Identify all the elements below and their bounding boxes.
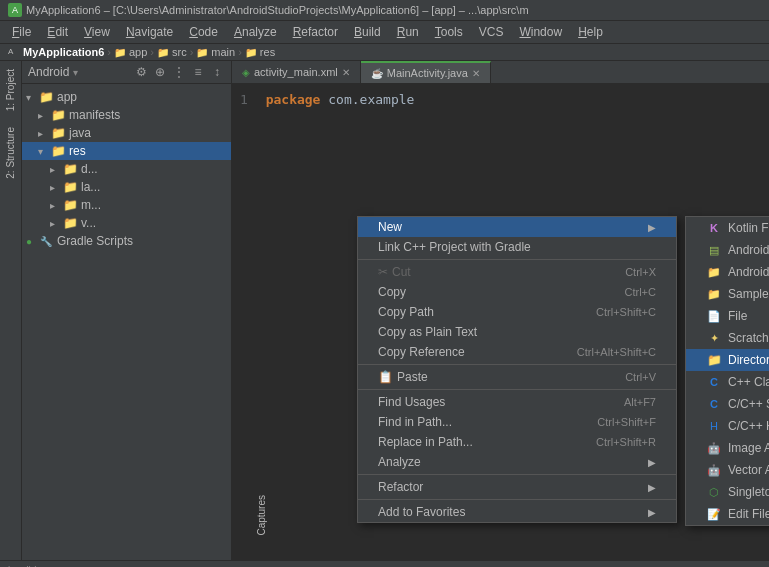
breadcrumb-app2[interactable]: app	[129, 46, 147, 58]
ctx-find-path-shortcut: Ctrl+Shift+F	[597, 416, 656, 428]
ctx-copy[interactable]: Copy Ctrl+C	[358, 282, 676, 302]
submenu-android-res-label: Android resource file	[728, 243, 769, 257]
ctx-copy-ref[interactable]: Copy Reference Ctrl+Alt+Shift+C	[358, 342, 676, 362]
tree-label-d: d...	[81, 162, 98, 176]
tree-item-manifests[interactable]: ▸ 📁 manifests	[22, 106, 231, 124]
ctx-paste-inner: 📋 Paste	[378, 370, 428, 384]
menu-help[interactable]: Help	[570, 23, 611, 41]
menu-window[interactable]: Window	[511, 23, 570, 41]
submenu-cpp-header[interactable]: H C/C++ Header File	[686, 415, 769, 437]
breadcrumb-main[interactable]: main	[211, 46, 235, 58]
menu-vcs[interactable]: VCS	[471, 23, 512, 41]
menu-code[interactable]: Code	[181, 23, 226, 41]
ctx-sep-3	[358, 389, 676, 390]
ctx-find-path[interactable]: Find in Path... Ctrl+Shift+F	[358, 412, 676, 432]
submenu-kotlin-label: Kotlin File/Class	[728, 221, 769, 235]
structure-tab[interactable]: 2: Structure	[3, 119, 18, 187]
ctx-analyze[interactable]: Analyze ▶	[358, 452, 676, 472]
edit-templates-icon: 📝	[706, 506, 722, 522]
project-tab[interactable]: 1: Project	[3, 61, 18, 119]
submenu-sample-data[interactable]: 📁 Sample Data directory	[686, 283, 769, 305]
breadcrumb-src[interactable]: src	[172, 46, 187, 58]
submenu-singleton[interactable]: ⬡ Singleton	[686, 481, 769, 503]
folder-icon-d: 📁	[62, 161, 78, 177]
breadcrumb-res[interactable]: res	[260, 46, 275, 58]
menu-edit[interactable]: Edit	[39, 23, 76, 41]
tree-item-v[interactable]: ▸ 📁 v...	[22, 214, 231, 232]
directory-icon: 📁	[706, 352, 722, 368]
android-res-icon: ▤	[706, 242, 722, 258]
file-icon: 📄	[706, 308, 722, 324]
menu-tools[interactable]: Tools	[427, 23, 471, 41]
settings-icon[interactable]: ⚙	[133, 64, 149, 80]
tree-label-manifests: manifests	[69, 108, 120, 122]
context-menu-new-submenu: K Kotlin File/Class ▤ Android resource f…	[685, 216, 769, 526]
breadcrumb-icon: A	[8, 46, 20, 58]
sort-icon[interactable]: ↕	[209, 64, 225, 80]
android-res-dir-icon: 📁	[706, 264, 722, 280]
ctx-analyze-label: Analyze	[378, 455, 421, 469]
menu-file[interactable]: File	[4, 23, 39, 41]
ctx-replace-path[interactable]: Replace in Path... Ctrl+Shift+R	[358, 432, 676, 452]
paste-icon: 📋	[378, 370, 393, 384]
gradle-icon: 🔧	[38, 233, 54, 249]
submenu-android-res-dir[interactable]: 📁 Android resource directory	[686, 261, 769, 283]
submenu-cpp-class[interactable]: C C++ Class	[686, 371, 769, 393]
menu-refactor[interactable]: Refactor	[285, 23, 346, 41]
ctx-copy-path[interactable]: Copy Path Ctrl+Shift+C	[358, 302, 676, 322]
tree-item-m[interactable]: ▸ 📁 m...	[22, 196, 231, 214]
ctx-paste[interactable]: 📋 Paste Ctrl+V	[358, 367, 676, 387]
menu-view[interactable]: View	[76, 23, 118, 41]
submenu-cpp-src[interactable]: C C/C++ Source File	[686, 393, 769, 415]
ctx-copy-ref-shortcut: Ctrl+Alt+Shift+C	[577, 346, 656, 358]
ctx-add-favorites[interactable]: Add to Favorites ▶	[358, 502, 676, 522]
ctx-paste-label: Paste	[397, 370, 428, 384]
ctx-add-fav-arrow: ▶	[648, 507, 656, 518]
ctx-copy-path-shortcut: Ctrl+Shift+C	[596, 306, 656, 318]
submenu-scratch[interactable]: ✦ Scratch File Ctrl+Alt+Shift+Insert	[686, 327, 769, 349]
submenu-kotlin[interactable]: K Kotlin File/Class	[686, 217, 769, 239]
submenu-vector-asset-label: Vector Asset	[728, 463, 769, 477]
ctx-find-usages[interactable]: Find Usages Alt+F7	[358, 392, 676, 412]
tree-item-la[interactable]: ▸ 📁 la...	[22, 178, 231, 196]
submenu-file[interactable]: 📄 File	[686, 305, 769, 327]
submenu-image-asset[interactable]: 🤖 Image Asset	[686, 437, 769, 459]
tree-item-java[interactable]: ▸ 📁 java	[22, 124, 231, 142]
captures-tab[interactable]: Captures	[254, 491, 269, 540]
ctx-refactor[interactable]: Refactor ▶	[358, 477, 676, 497]
app-icon: A	[8, 3, 22, 17]
left-strip: 1: Project 2: Structure	[0, 61, 22, 560]
ctx-copy-plain[interactable]: Copy as Plain Text	[358, 322, 676, 342]
folder-icon-res: 📁	[50, 143, 66, 159]
file-tree: ▾ 📁 app ▸ 📁 manifests ▸ 📁 java ▾ 📁 res	[22, 84, 231, 560]
more-icon[interactable]: ⋮	[171, 64, 187, 80]
vector-asset-icon: 🤖	[706, 462, 722, 478]
collapse-icon[interactable]: ≡	[190, 64, 206, 80]
ctx-link-cpp[interactable]: Link C++ Project with Gradle	[358, 237, 676, 257]
ctx-copy-label: Copy	[378, 285, 406, 299]
submenu-edit-templates[interactable]: 📝 Edit File Templates...	[686, 503, 769, 525]
ctx-cut-label: Cut	[392, 265, 411, 279]
dropdown-arrow[interactable]: ▾	[73, 67, 78, 78]
ctx-new[interactable]: New ▶	[358, 217, 676, 237]
menu-build[interactable]: Build	[346, 23, 389, 41]
submenu-android-res[interactable]: ▤ Android resource file	[686, 239, 769, 261]
menu-analyze[interactable]: Analyze	[226, 23, 285, 41]
expand-icon[interactable]: ⊕	[152, 64, 168, 80]
tree-item-gradle[interactable]: ● 🔧 Gradle Scripts	[22, 232, 231, 250]
submenu-vector-asset[interactable]: 🤖 Vector Asset	[686, 459, 769, 481]
project-panel-header: Android ▾ ⚙ ⊕ ⋮ ≡ ↕	[22, 61, 231, 84]
tree-item-app[interactable]: ▾ 📁 app	[22, 88, 231, 106]
menu-run[interactable]: Run	[389, 23, 427, 41]
tree-label-gradle: Gradle Scripts	[57, 234, 133, 248]
breadcrumb-app[interactable]: MyApplication6	[23, 46, 104, 58]
submenu-directory[interactable]: 📁 Directory	[686, 349, 769, 371]
folder-icon-v: 📁	[62, 215, 78, 231]
tree-item-res[interactable]: ▾ 📁 res	[22, 142, 231, 160]
tree-item-d[interactable]: ▸ 📁 d...	[22, 160, 231, 178]
menu-navigate[interactable]: Navigate	[118, 23, 181, 41]
ctx-sep-1	[358, 259, 676, 260]
ctx-copy-shortcut: Ctrl+C	[625, 286, 656, 298]
ctx-cut[interactable]: ✂ Cut Ctrl+X	[358, 262, 676, 282]
ctx-replace-path-shortcut: Ctrl+Shift+R	[596, 436, 656, 448]
